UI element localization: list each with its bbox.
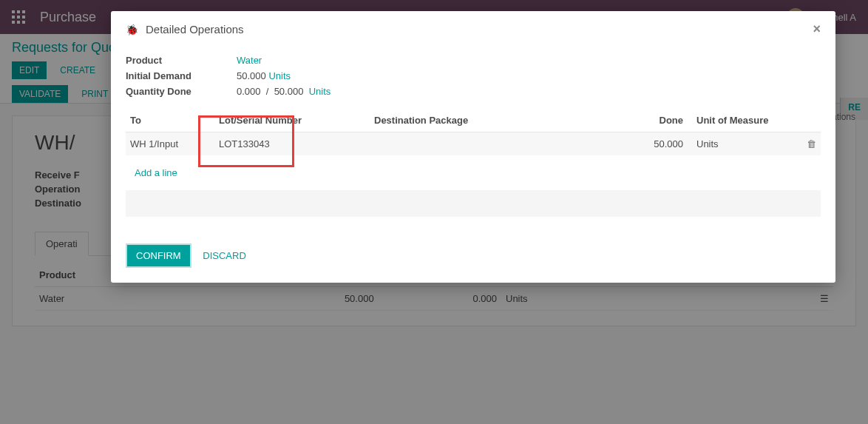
- cell-done[interactable]: 50.000: [636, 132, 688, 156]
- col-pkg: Destination Package: [370, 109, 636, 132]
- confirm-button[interactable]: CONFIRM: [126, 243, 191, 268]
- col-lot: Lot/Serial Number: [214, 109, 370, 132]
- qty-done-value: 0.000: [237, 86, 261, 97]
- detail-row[interactable]: WH 1/Input LOT133043 50.000 Units 🗑: [126, 132, 821, 156]
- qty-done-label: Quantity Done: [126, 86, 237, 97]
- bug-icon[interactable]: 🐞: [126, 24, 138, 36]
- initial-demand-unit[interactable]: Units: [268, 70, 291, 81]
- initial-demand-label: Initial Demand: [126, 70, 237, 81]
- add-line-link[interactable]: Add a line: [130, 161, 182, 184]
- modal-title: Detailed Operations: [146, 23, 813, 36]
- cell-lot[interactable]: LOT133043: [214, 132, 370, 156]
- detail-table: To Lot/Serial Number Destination Package…: [126, 109, 821, 217]
- qty-unit[interactable]: Units: [309, 86, 331, 97]
- discard-button[interactable]: DISCARD: [194, 245, 255, 266]
- col-done: Done: [636, 109, 688, 132]
- col-uom: Unit of Measure: [688, 109, 799, 132]
- cell-to: WH 1/Input: [126, 132, 214, 156]
- initial-demand-value: 50.000: [237, 70, 266, 81]
- product-label: Product: [126, 55, 237, 66]
- col-to: To: [126, 109, 214, 132]
- modal-dialog: 🐞 Detailed Operations × Product Water In…: [111, 11, 835, 283]
- product-value[interactable]: Water: [237, 55, 262, 66]
- delete-icon[interactable]: 🗑: [807, 138, 816, 149]
- qty-total-value: 50.000: [274, 86, 304, 97]
- cell-uom: Units: [688, 132, 799, 156]
- close-icon[interactable]: ×: [813, 21, 821, 37]
- cell-pkg[interactable]: [370, 132, 636, 156]
